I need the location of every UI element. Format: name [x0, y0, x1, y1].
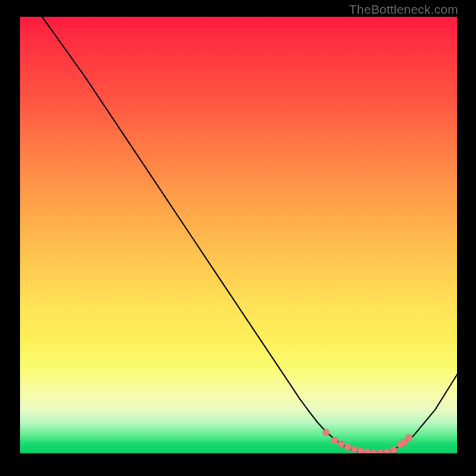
valley-marker — [406, 434, 412, 441]
valley-marker — [390, 447, 397, 453]
valley-marker — [331, 437, 338, 444]
valley-marker — [351, 446, 358, 453]
valley-marker — [377, 450, 384, 453]
valley-marker — [345, 444, 351, 450]
chart-frame: TheBottleneck.com — [0, 0, 476, 476]
plot-area — [20, 17, 457, 453]
valley-marker — [384, 449, 390, 453]
valley-marker — [358, 448, 364, 453]
bottleneck-curve — [42, 17, 457, 453]
valley-marker — [322, 429, 329, 436]
valley-marker — [338, 440, 345, 447]
curve-group — [42, 17, 457, 453]
valley-marker — [371, 450, 377, 453]
watermark-text: TheBottleneck.com — [349, 2, 458, 17]
chart-svg — [20, 17, 457, 453]
marker-group — [322, 429, 412, 453]
valley-marker — [364, 449, 371, 453]
